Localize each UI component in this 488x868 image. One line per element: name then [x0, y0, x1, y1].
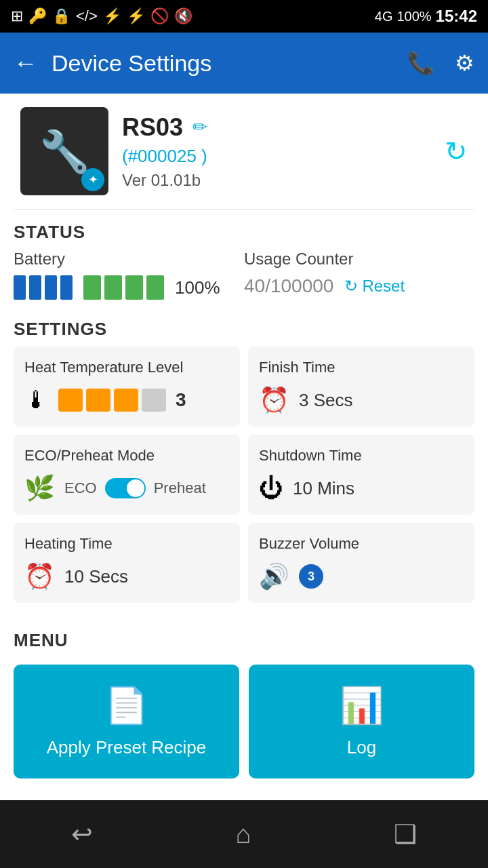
back-nav-button[interactable]: ↩ [51, 812, 113, 856]
menu-header: MENU [14, 618, 474, 658]
time-display: 15:42 [436, 7, 477, 26]
buzzer-volume-card: Buzzer Volume 🔊 3 [248, 523, 474, 603]
usage-display: 40/100000 ↻ Reset [244, 275, 474, 297]
battery-col: Battery 100% [14, 250, 244, 300]
battery-pct-status: 100% [396, 9, 431, 24]
reset-icon: ↻ [344, 277, 358, 296]
device-id: (#000025 ) [122, 146, 438, 167]
page-title: Device Settings [52, 50, 407, 77]
battery-bar-1 [14, 275, 26, 300]
menu-grid: 📄 Apply Preset Recipe 📊 Log [14, 665, 474, 778]
temp-bars [58, 389, 166, 412]
thermometer-icon: 🌡 [24, 386, 49, 414]
usb-icon: ⚡ [103, 7, 121, 25]
shutdown-time-content: ⏻ 10 Mins [259, 474, 464, 502]
back-button[interactable]: ← [14, 49, 38, 77]
finish-time-card: Finish Time ⏰ 3 Secs [248, 347, 474, 427]
usage-max: /100000 [265, 275, 333, 296]
preheat-label: Preheat [154, 479, 206, 497]
code-icon: </> [76, 7, 98, 25]
shutdown-time-value: 10 Mins [293, 478, 354, 499]
battery-display: 100% [14, 275, 244, 300]
reset-button[interactable]: ↻ Reset [344, 277, 405, 296]
apply-preset-label: Apply Preset Recipe [47, 737, 207, 758]
log-button[interactable]: 📊 Log [249, 665, 474, 778]
heating-time-card: Heating Time ⏰ 10 Secs [14, 523, 240, 603]
heat-temp-card: Heat Temperature Level 🌡 3 [14, 347, 240, 427]
heating-time-value: 10 Secs [64, 566, 128, 587]
key-icon: 🔑 [28, 7, 47, 25]
edit-name-button[interactable]: ✏ [192, 117, 207, 138]
settings-icon[interactable]: ⚙ [455, 50, 474, 76]
main-content: 🔧 ✦ RS03 ✏ (#000025 ) Ver 01.01b ↻ STATU… [0, 94, 488, 800]
device-image: 🔧 ✦ [20, 107, 108, 195]
phone-icon[interactable]: 📞 [407, 50, 434, 76]
eco-preheat-row: ECO Preheat [64, 478, 206, 498]
temp-bar-2 [86, 389, 110, 412]
status-section: STATUS Battery [14, 210, 474, 307]
status-right-icons: 4G 100% 15:42 [375, 7, 477, 26]
recent-nav-button[interactable]: ❑ [373, 812, 437, 856]
heat-clock-icon: ⏰ [24, 562, 55, 591]
eco-preheat-title: ECO/Preheat Mode [24, 447, 229, 465]
leaf-icon: 🌿 [24, 474, 55, 502]
finish-time-value: 3 Secs [299, 390, 353, 411]
heating-time-content: ⏰ 10 Secs [24, 562, 229, 591]
heating-time-title: Heating Time [24, 535, 229, 553]
bluetooth-badge: ✦ [81, 168, 104, 191]
preset-icon: 📄 [104, 685, 148, 726]
no-sign-icon: 🚫 [150, 7, 169, 25]
add-icon: ⊞ [11, 7, 23, 25]
buzzer-content: 🔊 3 [259, 562, 464, 591]
battery-bar-2 [29, 275, 41, 300]
finish-time-content: ⏰ 3 Secs [259, 386, 464, 414]
battery-label: Battery [14, 250, 244, 269]
temp-level-value: 3 [176, 389, 186, 411]
top-bar: ← Device Settings 📞 ⚙ [0, 33, 488, 94]
battery-percent: 100% [175, 277, 220, 298]
green-bar-3 [125, 275, 143, 300]
green-bar-1 [83, 275, 101, 300]
device-version: Ver 01.01b [122, 171, 438, 190]
eco-preheat-toggle[interactable] [105, 478, 146, 498]
device-card: 🔧 ✦ RS03 ✏ (#000025 ) Ver 01.01b ↻ [14, 94, 474, 210]
device-info: RS03 ✏ (#000025 ) Ver 01.01b [108, 113, 438, 190]
menu-section: MENU 📄 Apply Preset Recipe 📊 Log [14, 611, 474, 778]
usage-value: 40/100000 [244, 275, 333, 297]
usage-label: Usage Counter [244, 250, 474, 269]
home-nav-button[interactable]: ⌂ [216, 813, 272, 856]
device-name-row: RS03 ✏ [122, 113, 438, 142]
apply-preset-button[interactable]: 📄 Apply Preset Recipe [14, 665, 239, 778]
device-name: RS03 [122, 113, 183, 142]
log-label: Log [347, 737, 376, 758]
device-thumbnail: 🔧 [39, 127, 90, 176]
battery-bars-green [83, 275, 164, 300]
buzzer-slider: 3 [299, 564, 330, 589]
heat-temp-title: Heat Temperature Level [24, 359, 229, 376]
usage-col: Usage Counter 40/100000 ↻ Reset [244, 250, 474, 297]
buzzer-title: Buzzer Volume [259, 535, 464, 553]
battery-bar-3 [45, 275, 57, 300]
reset-label: Reset [362, 277, 405, 296]
status-header: STATUS [14, 210, 474, 250]
signal-icon: 4G [375, 9, 393, 24]
finish-time-title: Finish Time [259, 359, 464, 376]
bluetooth-icon: ⚡ [127, 7, 145, 25]
slider-value: 3 [308, 570, 314, 584]
status-row: Battery 100% [14, 250, 474, 300]
top-bar-icons: 📞 ⚙ [407, 50, 474, 76]
battery-bar-4 [60, 275, 73, 300]
power-icon: ⏻ [259, 474, 283, 502]
volume-icon: 🔇 [174, 7, 192, 25]
status-left-icons: ⊞ 🔑 🔒 </> ⚡ ⚡ 🚫 🔇 [11, 7, 192, 25]
settings-grid: Heat Temperature Level 🌡 3 Finish Time ⏰… [14, 347, 474, 603]
refresh-button[interactable]: ↻ [445, 136, 468, 167]
bottom-nav: ↩ ⌂ ❑ [0, 800, 488, 868]
green-bar-2 [104, 275, 122, 300]
eco-preheat-card: ECO/Preheat Mode 🌿 ECO Preheat [14, 435, 240, 515]
speaker-icon: 🔊 [259, 562, 289, 591]
clock-icon: ⏰ [259, 386, 289, 414]
slider-thumb[interactable]: 3 [299, 564, 323, 589]
status-bar: ⊞ 🔑 🔒 </> ⚡ ⚡ 🚫 🔇 4G 100% 15:42 [0, 0, 488, 33]
eco-label: ECO [64, 479, 97, 497]
